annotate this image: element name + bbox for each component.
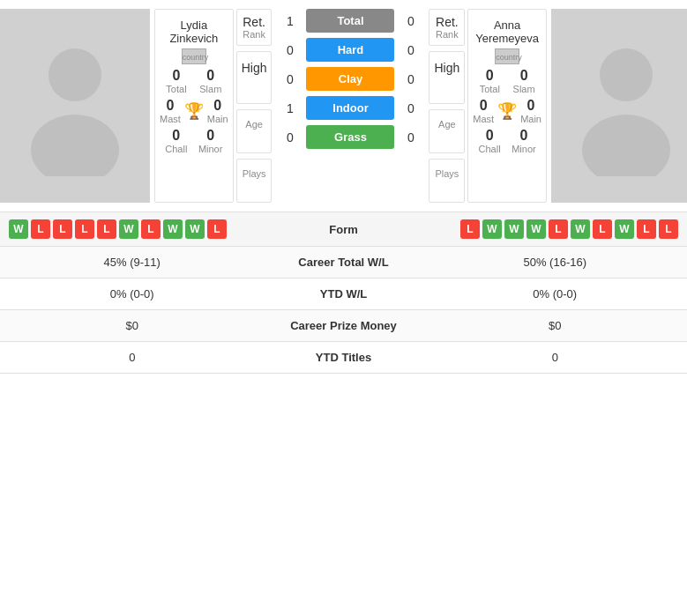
left-stat-row2: 0 Mast 🏆 0 Main <box>160 98 228 124</box>
indoor-surface-row: 1 Indoor 0 <box>279 96 422 120</box>
left-minor-val: 0 <box>206 128 214 144</box>
left-chall-lbl: Chall <box>165 144 187 154</box>
page-container: Lydia Zinkevich country 0 Total 0 Slam <box>0 0 687 374</box>
right-mast-val: 0 <box>480 98 488 114</box>
form-badge-left-l: L <box>97 219 116 239</box>
left-mast-val: 0 <box>166 98 174 114</box>
right-hard-score: 0 <box>400 43 422 57</box>
form-badge-left-l: L <box>53 219 72 239</box>
left-plays-label: Plays <box>243 168 266 179</box>
left-detail-card: Ret. Rank High Age Plays <box>234 0 275 212</box>
right-plays-box: Plays <box>429 159 465 203</box>
form-badge-left-l: L <box>75 219 94 239</box>
right-chall-val: 0 <box>486 128 494 144</box>
left-trophy-icon: 🏆 <box>184 101 204 121</box>
svg-point-3 <box>582 115 670 176</box>
right-total-score: 0 <box>400 14 422 28</box>
right-slam-val: 0 <box>520 68 528 84</box>
stat-left-1: 0% (0-0) <box>9 287 256 301</box>
indoor-btn[interactable]: Indoor <box>306 96 394 120</box>
right-total-val: 0 <box>486 68 494 84</box>
right-name-row: Anna Yeremeyeva <box>473 14 541 45</box>
left-total-lbl: Total <box>166 84 186 94</box>
right-mast-cell: 0 Mast <box>473 98 494 124</box>
stat-right-2: $0 <box>432 319 679 332</box>
left-mast-lbl: Mast <box>160 114 181 124</box>
left-ret-val: Ret. <box>243 15 265 29</box>
form-badge-left-w: W <box>163 219 183 239</box>
right-high-val: High <box>434 61 459 75</box>
left-chall-val: 0 <box>172 128 180 144</box>
stat-label-3: YTD Titles <box>256 351 432 364</box>
form-badge-left-l: L <box>207 219 227 239</box>
left-main-cell: 0 Main <box>207 98 228 124</box>
form-badge-right-w: W <box>615 219 634 239</box>
svg-point-0 <box>49 48 101 101</box>
stat-left-2: $0 <box>9 319 256 332</box>
stat-left-0: 45% (9-11) <box>9 256 256 269</box>
right-main-lbl: Main <box>520 114 541 124</box>
form-badge-right-l: L <box>549 219 568 239</box>
left-high-box: High <box>236 51 273 104</box>
right-chall-cell: 0 Chall <box>479 128 501 154</box>
form-badge-left-l: L <box>31 219 50 239</box>
left-high-val: High <box>242 61 267 75</box>
form-label: Form <box>291 223 397 236</box>
surface-scores: 1 Total 0 0 Hard 0 0 Clay 0 1 Indoor 0 0 <box>274 0 426 212</box>
stat-row-2: $0Career Prize Money$0 <box>0 310 687 342</box>
right-main-cell: 0 Main <box>520 98 541 124</box>
clay-btn[interactable]: Clay <box>306 67 394 91</box>
form-badge-right-l: L <box>659 219 678 239</box>
left-slam-val: 0 <box>206 68 214 84</box>
left-age-box: Age <box>236 109 273 153</box>
stat-label-0: Career Total W/L <box>256 256 432 269</box>
hard-btn[interactable]: Hard <box>306 38 394 62</box>
form-row: WLLLLWLWWL Form LWWWLWLWLL <box>0 212 687 247</box>
right-total-lbl: Total <box>480 84 500 94</box>
left-rank-label: Rank <box>243 29 265 40</box>
right-stat-row1: 0 Total 0 Slam <box>473 68 541 94</box>
right-age-label: Age <box>438 119 456 130</box>
form-badge-right-w: W <box>526 219 546 239</box>
left-player-photo <box>0 9 150 203</box>
total-btn[interactable]: Total <box>306 9 394 33</box>
form-badge-left-w: W <box>185 219 205 239</box>
right-form-badges: LWWWLWLWLL <box>397 219 679 239</box>
left-clay-score: 0 <box>279 72 301 86</box>
right-detail-card: Ret. Rank High Age Plays <box>426 0 467 212</box>
right-rank-label: Rank <box>436 29 459 40</box>
left-country-flag: country <box>182 48 206 64</box>
left-total-val: 0 <box>173 68 181 84</box>
left-country-row: country <box>160 48 228 64</box>
right-indoor-score: 0 <box>400 101 422 115</box>
total-surface-row: 1 Total 0 <box>279 9 422 33</box>
form-badge-left-w: W <box>119 219 138 239</box>
left-player-name: Lydia Zinkevich <box>160 19 228 45</box>
right-country-flag: country <box>495 48 519 64</box>
stat-rows: 45% (9-11)Career Total W/L50% (16-16)0% … <box>0 247 687 374</box>
left-total-cell: 0 Total <box>166 68 186 94</box>
right-slam-cell: 0 Slam <box>513 68 535 94</box>
right-grass-score: 0 <box>400 130 422 145</box>
stat-row-3: 0YTD Titles0 <box>0 342 687 374</box>
right-mast-lbl: Mast <box>473 114 494 124</box>
left-indoor-score: 1 <box>279 101 301 115</box>
form-badge-right-l: L <box>637 219 656 239</box>
hard-surface-row: 0 Hard 0 <box>279 38 422 62</box>
grass-btn[interactable]: Grass <box>306 125 394 149</box>
left-player-card: Lydia Zinkevich country 0 Total 0 Slam <box>154 9 234 203</box>
right-plays-label: Plays <box>435 168 459 179</box>
left-minor-cell: 0 Minor <box>198 128 223 154</box>
left-stat-row1: 0 Total 0 Slam <box>160 68 228 94</box>
form-badge-right-l: L <box>593 219 612 239</box>
left-grass-score: 0 <box>279 130 301 145</box>
right-player-name: Anna Yeremeyeva <box>473 19 541 45</box>
right-ret-rank-box: Ret. Rank <box>429 9 465 46</box>
form-badge-left-w: W <box>9 219 28 239</box>
right-stat-row3: 0 Chall 0 Minor <box>473 128 541 154</box>
stat-label-1: YTD W/L <box>256 287 432 301</box>
form-badge-right-w: W <box>571 219 590 239</box>
right-country-row: country <box>473 48 541 64</box>
left-main-lbl: Main <box>207 114 228 124</box>
left-slam-cell: 0 Slam <box>199 68 221 94</box>
